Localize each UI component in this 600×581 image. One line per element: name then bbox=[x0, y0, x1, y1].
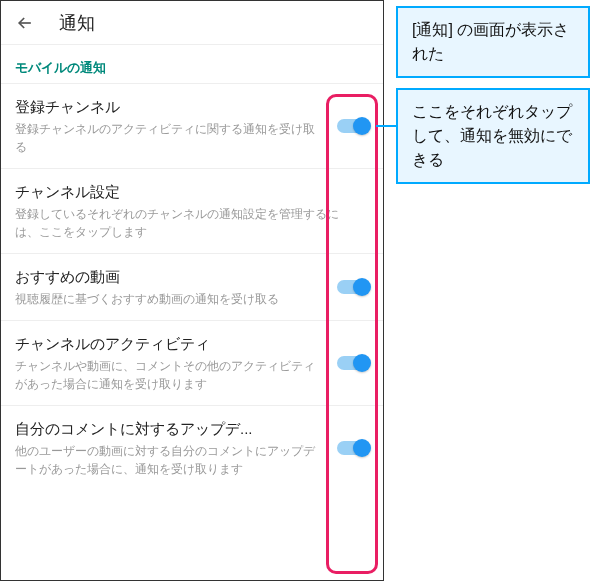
item-text: 自分のコメントに対するアップデ... 他のユーザーの動画に対する自分のコメントに… bbox=[15, 418, 337, 478]
app-frame: 通知 モバイルの通知 登録チャンネル 登録チャンネルのアクティビティに関する通知… bbox=[0, 0, 384, 581]
item-text: 登録チャンネル 登録チャンネルのアクティビティに関する通知を受け取る bbox=[15, 96, 337, 156]
section-header: モバイルの通知 bbox=[1, 45, 383, 83]
callout-1: [通知] の画面が表示された bbox=[396, 6, 590, 78]
item-desc: 視聴履歴に基づくおすすめ動画の通知を受け取る bbox=[15, 290, 325, 308]
page-title: 通知 bbox=[59, 11, 95, 35]
lead-line bbox=[376, 125, 396, 127]
setting-item[interactable]: チャンネル設定 登録しているそれぞれのチャンネルの通知設定を管理するには、ここを… bbox=[1, 168, 383, 253]
setting-item[interactable]: おすすめの動画 視聴履歴に基づくおすすめ動画の通知を受け取る bbox=[1, 253, 383, 320]
item-desc: 他のユーザーの動画に対する自分のコメントにアップデートがあった場合に、通知を受け… bbox=[15, 442, 325, 478]
appbar: 通知 bbox=[1, 1, 383, 45]
item-text: チャンネル設定 登録しているそれぞれのチャンネルの通知設定を管理するには、ここを… bbox=[15, 181, 369, 241]
setting-item[interactable]: チャンネルのアクティビティ チャンネルや動画に、コメントその他のアクティビティが… bbox=[1, 320, 383, 405]
item-desc: チャンネルや動画に、コメントその他のアクティビティがあった場合に通知を受け取りま… bbox=[15, 357, 325, 393]
toggle-switch[interactable] bbox=[337, 441, 369, 455]
item-title: おすすめの動画 bbox=[15, 266, 325, 287]
item-desc: 登録チャンネルのアクティビティに関する通知を受け取る bbox=[15, 120, 325, 156]
item-text: おすすめの動画 視聴履歴に基づくおすすめ動画の通知を受け取る bbox=[15, 266, 337, 308]
toggle-switch[interactable] bbox=[337, 356, 369, 370]
item-title: チャンネル設定 bbox=[15, 181, 357, 202]
item-desc: 登録しているそれぞれのチャンネルの通知設定を管理するには、ここをタップします bbox=[15, 205, 357, 241]
item-text: チャンネルのアクティビティ チャンネルや動画に、コメントその他のアクティビティが… bbox=[15, 333, 337, 393]
setting-item[interactable]: 自分のコメントに対するアップデ... 他のユーザーの動画に対する自分のコメントに… bbox=[1, 405, 383, 490]
setting-item[interactable]: 登録チャンネル 登録チャンネルのアクティビティに関する通知を受け取る bbox=[1, 83, 383, 168]
item-title: チャンネルのアクティビティ bbox=[15, 333, 325, 354]
callout-2: ここをそれぞれタップして、通知を無効にできる bbox=[396, 88, 590, 184]
item-title: 登録チャンネル bbox=[15, 96, 325, 117]
toggle-switch[interactable] bbox=[337, 280, 369, 294]
back-icon[interactable] bbox=[13, 13, 37, 33]
item-title: 自分のコメントに対するアップデ... bbox=[15, 418, 325, 439]
toggle-switch[interactable] bbox=[337, 119, 369, 133]
